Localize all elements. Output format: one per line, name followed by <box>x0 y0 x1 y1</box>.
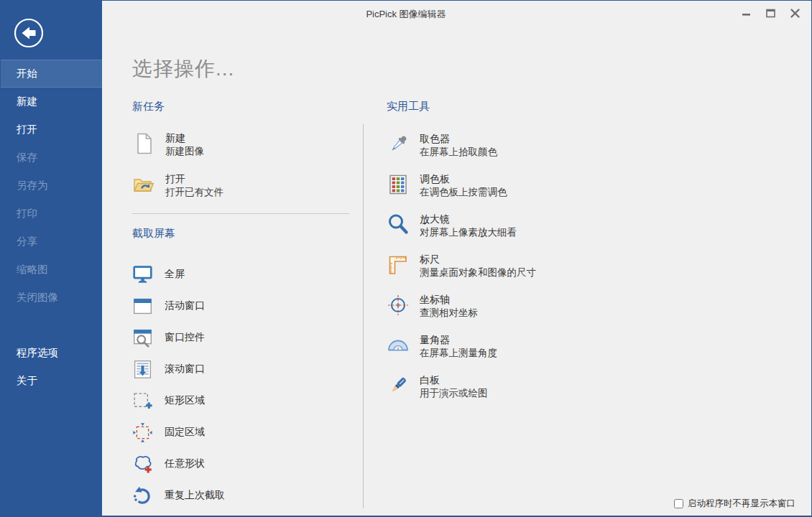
section-title-new-task: 新任务 <box>132 100 349 114</box>
close-icon <box>790 9 800 18</box>
scrolling-window-icon <box>132 359 153 380</box>
list-item-color-palette[interactable]: 调色板 在调色板上按需调色 <box>387 172 631 199</box>
item-title: 标尺 <box>420 253 536 266</box>
ruler-icon <box>387 253 410 276</box>
page-title: 选择操作... <box>132 55 234 83</box>
window-control-icon <box>132 327 153 348</box>
repeat-capture-icon <box>132 485 153 506</box>
item-title: 任意形状 <box>165 457 205 470</box>
section-divider <box>132 213 349 214</box>
item-desc: 对屏幕上像素放大细看 <box>420 225 517 239</box>
item-title: 重复上次截取 <box>165 489 225 502</box>
fullscreen-icon <box>132 264 153 285</box>
item-title: 全屏 <box>165 268 185 281</box>
item-desc: 在屏幕上拾取颜色 <box>420 145 497 159</box>
active-window-icon <box>132 296 153 317</box>
window-controls <box>734 4 807 22</box>
protractor-icon <box>387 334 410 357</box>
hide-on-startup-label[interactable]: 启动程序时不再显示本窗口 <box>688 498 795 510</box>
sidebar-item-open[interactable]: 打开 <box>1 116 102 144</box>
item-title: 活动窗口 <box>165 299 205 312</box>
maximize-button[interactable] <box>758 4 783 22</box>
item-title: 固定区域 <box>165 426 205 439</box>
sidebar-item-new[interactable]: 新建 <box>1 88 102 116</box>
window-title: PicPick 图像编辑器 <box>1 8 811 21</box>
section-title-tools: 实用工具 <box>387 100 631 114</box>
startup-option: 启动程序时不再显示本窗口 <box>674 498 795 510</box>
rectangle-area-icon <box>132 391 153 411</box>
item-title: 矩形区域 <box>165 394 205 407</box>
item-title: 量角器 <box>420 333 497 346</box>
list-item-magnifier[interactable]: 放大镜 对屏幕上像素放大细看 <box>387 213 631 239</box>
list-item-active-window[interactable]: 活动窗口 <box>132 290 349 322</box>
sidebar: 开始 新建 打开 保存 另存为 打印 分享 缩略图 关闭图像 程序选项 关于 <box>1 1 102 517</box>
sidebar-item-save: 保存 <box>1 144 102 172</box>
list-item-color-picker[interactable]: 取色器 在屏幕上拾取颜色 <box>387 132 631 159</box>
capture-list: 全屏 活动窗口 窗口控件 <box>132 258 349 511</box>
sidebar-item-program-options[interactable]: 程序选项 <box>1 339 102 367</box>
sidebar-item-start[interactable]: 开始 <box>1 60 102 88</box>
item-desc: 测量桌面对象和图像的尺寸 <box>420 266 536 279</box>
close-button[interactable] <box>783 4 807 22</box>
list-item-scrolling-window[interactable]: 滚动窗口 <box>132 353 349 385</box>
sidebar-spacer <box>1 312 102 339</box>
color-palette-icon <box>387 173 410 196</box>
sidebar-item-about[interactable]: 关于 <box>1 367 102 395</box>
open-folder-icon <box>132 173 155 196</box>
list-item-window-control[interactable]: 窗口控件 <box>132 322 349 353</box>
item-title: 新建 <box>165 131 204 144</box>
list-item-whiteboard[interactable]: 白板 用于演示或绘图 <box>387 373 631 400</box>
sidebar-item-close-image: 关闭图像 <box>1 284 102 312</box>
list-item-crosshair[interactable]: 坐标轴 查测相对坐标 <box>387 293 631 320</box>
hide-on-startup-checkbox[interactable] <box>674 499 683 508</box>
list-item-new[interactable]: 新建 新建图像 <box>132 131 349 158</box>
list-item-rectangle-area[interactable]: 矩形区域 <box>132 385 349 416</box>
sidebar-item-print: 打印 <box>1 200 102 228</box>
item-desc: 打开已有文件 <box>165 185 223 199</box>
item-desc: 在屏幕上测量角度 <box>420 346 497 360</box>
list-item-ruler[interactable]: 标尺 测量桌面对象和图像的尺寸 <box>387 253 631 279</box>
new-document-icon <box>132 132 155 155</box>
column-divider <box>363 124 364 508</box>
fixed-area-icon <box>132 422 153 443</box>
list-item-freeform[interactable]: 任意形状 <box>132 448 349 480</box>
item-title: 滚动窗口 <box>165 363 205 376</box>
list-item-repeat-last-capture[interactable]: 重复上次截取 <box>132 480 349 511</box>
list-item-protractor[interactable]: 量角器 在屏幕上测量角度 <box>387 333 631 360</box>
sidebar-item-thumbnail: 缩略图 <box>1 256 102 284</box>
list-item-fullscreen[interactable]: 全屏 <box>132 258 349 290</box>
back-icon <box>13 17 45 49</box>
sidebar-item-save-as: 另存为 <box>1 172 102 200</box>
minimize-icon <box>742 9 750 18</box>
section-title-screen-capture: 截取屏幕 <box>132 227 349 241</box>
item-desc: 在调色板上按需调色 <box>420 185 507 199</box>
magnifier-icon <box>387 213 410 236</box>
whiteboard-icon <box>387 374 410 397</box>
right-column: 实用工具 取色器 在屏幕上拾取颜色 <box>387 100 631 414</box>
back-button[interactable] <box>13 17 45 49</box>
list-item-fixed-area[interactable]: 固定区域 <box>132 416 349 448</box>
item-desc: 查测相对坐标 <box>420 306 478 320</box>
item-title: 白板 <box>420 373 488 386</box>
item-title: 放大镜 <box>420 213 517 225</box>
item-title: 坐标轴 <box>420 293 478 306</box>
color-picker-icon <box>387 133 410 156</box>
item-title: 打开 <box>165 172 223 185</box>
item-title: 取色器 <box>420 132 497 145</box>
item-title: 调色板 <box>420 172 507 185</box>
freeform-icon <box>132 454 153 475</box>
minimize-button[interactable] <box>734 4 758 22</box>
left-column: 新任务 新建 新建图像 打开 打开已有文件 截取屏幕 <box>132 100 349 511</box>
item-desc: 新建图像 <box>165 144 204 158</box>
crosshair-icon <box>387 294 410 317</box>
item-desc: 用于演示或绘图 <box>420 386 488 400</box>
sidebar-item-share: 分享 <box>1 228 102 256</box>
maximize-icon <box>766 9 775 18</box>
item-title: 窗口控件 <box>165 331 205 344</box>
sidebar-nav: 开始 新建 打开 保存 另存为 打印 分享 缩略图 关闭图像 程序选项 关于 <box>1 60 102 395</box>
list-item-open[interactable]: 打开 打开已有文件 <box>132 172 349 199</box>
